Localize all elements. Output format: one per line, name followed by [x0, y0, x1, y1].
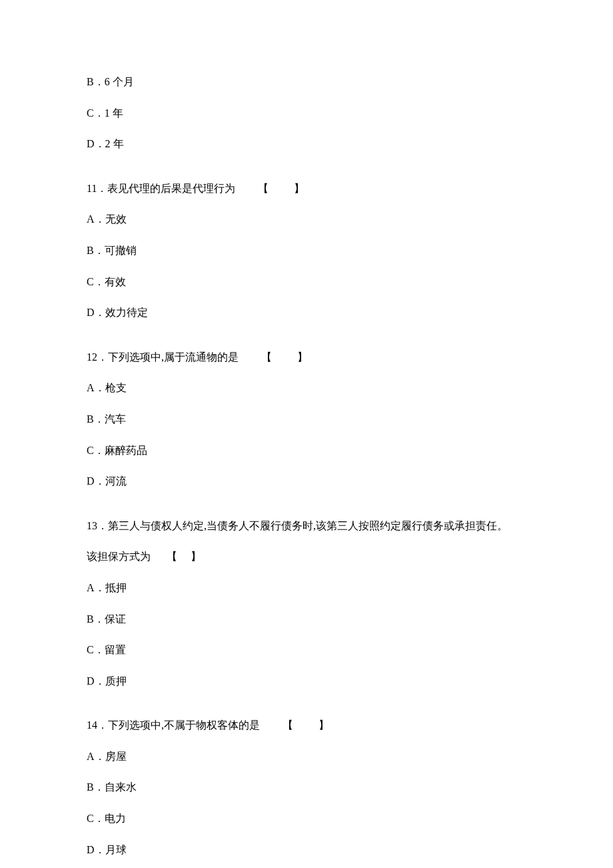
q12-option-b: B．汽车 — [87, 411, 526, 428]
q14-bracket: 【 】 — [283, 719, 330, 731]
q13-bracket: 【 】 — [167, 551, 203, 562]
q14-option-a: A．房屋 — [87, 748, 526, 765]
q12-bracket: 【 】 — [261, 351, 309, 363]
q10-option-c: C．1 年 — [87, 105, 526, 122]
q11-bracket: 【 】 — [258, 183, 306, 194]
q11-stem-line: 11．表见代理的后果是代理行为 【 】 — [87, 180, 526, 197]
q12-stem: 12．下列选项中,属于流通物的是 — [87, 351, 239, 363]
q12-option-c: C．麻醉药品 — [87, 442, 526, 459]
q14-option-b: B．自来水 — [87, 779, 526, 796]
q14-stem: 14．下列选项中,不属于物权客体的是 — [87, 719, 260, 731]
q13-option-d: D．质押 — [87, 673, 526, 690]
q10-option-d: D．2 年 — [87, 135, 526, 153]
q11-option-b: B．可撤销 — [87, 242, 526, 259]
q12-stem-line: 12．下列选项中,属于流通物的是 【 】 — [87, 349, 526, 366]
q11-option-a: A．无效 — [87, 211, 526, 228]
q12-option-d: D．河流 — [87, 473, 526, 490]
q14-option-d: D．月球 — [87, 841, 526, 859]
q11-option-d: D．效力待定 — [87, 304, 526, 321]
q14-option-c: C．电力 — [87, 810, 526, 827]
q13-stem2: 该担保方式为 — [87, 551, 151, 562]
q11-stem: 11．表见代理的后果是代理行为 — [87, 183, 235, 194]
q12-option-a: A．枪支 — [87, 379, 526, 397]
q13-option-a: A．抵押 — [87, 579, 526, 597]
q11-option-c: C．有效 — [87, 273, 526, 291]
q13-stem-line2: 该担保方式为 【 】 — [87, 548, 526, 565]
q14-stem-line: 14．下列选项中,不属于物权客体的是 【 】 — [87, 717, 526, 734]
q13-option-c: C．留置 — [87, 641, 526, 659]
q13-stem-line1: 13．第三人与债权人约定,当债务人不履行债务时,该第三人按照约定履行债务或承担责… — [87, 517, 526, 535]
q10-option-b: B．6 个月 — [87, 73, 526, 91]
q13-option-b: B．保证 — [87, 611, 526, 628]
